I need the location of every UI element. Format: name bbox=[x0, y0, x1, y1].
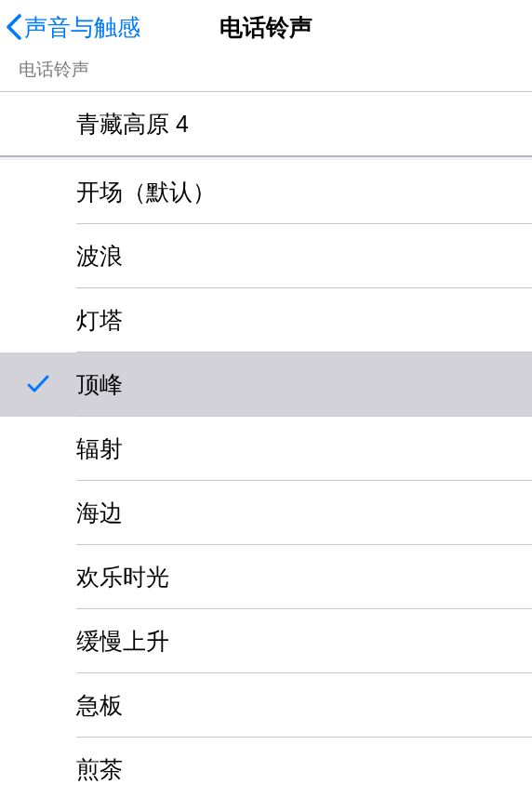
navigation-bar: 声音与触感 电话铃声 bbox=[0, 0, 532, 54]
custom-ringtones-list: 青藏高原 4 bbox=[0, 91, 532, 157]
ringtone-label: 波浪 bbox=[76, 241, 123, 272]
checkmark-icon bbox=[26, 374, 50, 394]
ringtone-item[interactable]: 急板 bbox=[0, 673, 532, 737]
ringtone-item[interactable]: 煎茶 bbox=[0, 738, 532, 801]
ringtone-item[interactable]: 青藏高原 4 bbox=[0, 92, 532, 155]
ringtone-label: 顶峰 bbox=[76, 369, 123, 400]
back-label: 声音与触感 bbox=[24, 12, 140, 43]
ringtone-label: 开场（默认） bbox=[76, 177, 216, 207]
ringtone-item[interactable]: 海边 bbox=[0, 481, 532, 544]
ringtone-label: 煎茶 bbox=[76, 754, 123, 785]
ringtone-label: 辐射 bbox=[76, 433, 123, 464]
check-container bbox=[0, 374, 76, 394]
ringtone-item[interactable]: 开场（默认） bbox=[0, 160, 532, 223]
back-button[interactable]: 声音与触感 bbox=[0, 12, 140, 43]
ringtone-item-selected[interactable]: 顶峰 bbox=[0, 352, 532, 416]
section-header: 电话铃声 bbox=[0, 54, 532, 91]
ringtone-item[interactable]: 欢乐时光 bbox=[0, 545, 532, 608]
ringtone-label: 缓慢上升 bbox=[76, 626, 169, 657]
ringtone-item[interactable]: 波浪 bbox=[0, 224, 532, 287]
ringtone-label: 欢乐时光 bbox=[76, 562, 169, 592]
page-title: 电话铃声 bbox=[219, 12, 313, 43]
ringtone-label: 青藏高原 4 bbox=[76, 109, 189, 140]
ringtone-item[interactable]: 辐射 bbox=[0, 417, 532, 480]
ringtone-item[interactable]: 缓慢上升 bbox=[0, 609, 532, 672]
chevron-left-icon bbox=[6, 13, 22, 41]
ringtone-label: 海边 bbox=[76, 498, 123, 528]
ringtone-label: 灯塔 bbox=[76, 305, 123, 336]
standard-ringtones-list: 开场（默认） 波浪 灯塔 顶峰 辐射 海边 欢乐时光 缓慢上升 bbox=[0, 160, 532, 801]
ringtone-item[interactable]: 灯塔 bbox=[0, 288, 532, 352]
ringtone-label: 急板 bbox=[76, 690, 123, 721]
